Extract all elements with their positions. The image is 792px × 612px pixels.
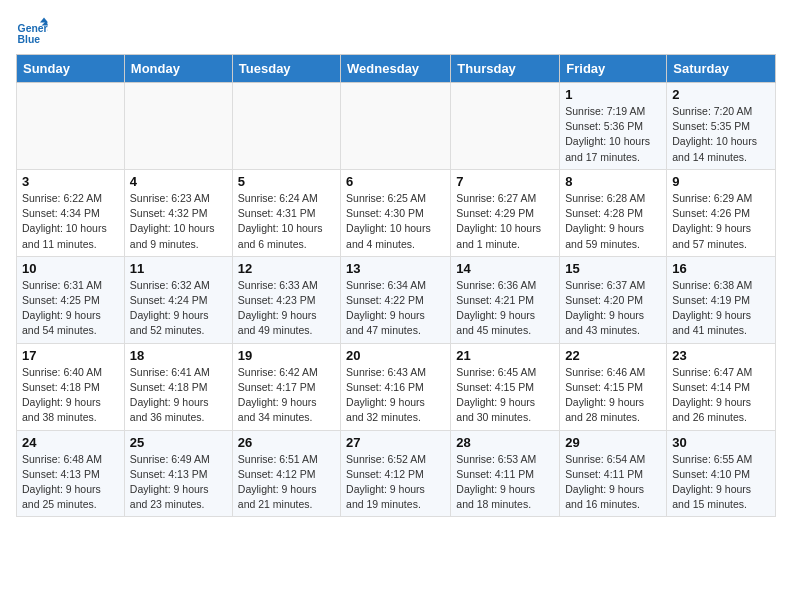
calendar-day-cell: 16Sunrise: 6:38 AM Sunset: 4:19 PM Dayli… [667,256,776,343]
calendar-day-cell: 1Sunrise: 7:19 AM Sunset: 5:36 PM Daylig… [560,83,667,170]
day-number: 18 [130,348,227,363]
day-detail: Sunrise: 6:52 AM Sunset: 4:12 PM Dayligh… [346,452,445,513]
calendar-day-cell: 27Sunrise: 6:52 AM Sunset: 4:12 PM Dayli… [341,430,451,517]
calendar-week-row: 1Sunrise: 7:19 AM Sunset: 5:36 PM Daylig… [17,83,776,170]
calendar-day-cell: 12Sunrise: 6:33 AM Sunset: 4:23 PM Dayli… [232,256,340,343]
calendar-day-cell: 26Sunrise: 6:51 AM Sunset: 4:12 PM Dayli… [232,430,340,517]
day-number: 16 [672,261,770,276]
calendar-week-row: 24Sunrise: 6:48 AM Sunset: 4:13 PM Dayli… [17,430,776,517]
day-detail: Sunrise: 6:23 AM Sunset: 4:32 PM Dayligh… [130,191,227,252]
day-number: 15 [565,261,661,276]
day-number: 19 [238,348,335,363]
calendar-day-cell: 13Sunrise: 6:34 AM Sunset: 4:22 PM Dayli… [341,256,451,343]
calendar-day-cell: 15Sunrise: 6:37 AM Sunset: 4:20 PM Dayli… [560,256,667,343]
day-number: 7 [456,174,554,189]
day-detail: Sunrise: 6:33 AM Sunset: 4:23 PM Dayligh… [238,278,335,339]
weekday-header: Monday [124,55,232,83]
day-detail: Sunrise: 6:42 AM Sunset: 4:17 PM Dayligh… [238,365,335,426]
day-number: 27 [346,435,445,450]
calendar-day-cell: 19Sunrise: 6:42 AM Sunset: 4:17 PM Dayli… [232,343,340,430]
day-detail: Sunrise: 6:24 AM Sunset: 4:31 PM Dayligh… [238,191,335,252]
day-number: 13 [346,261,445,276]
calendar-day-cell: 22Sunrise: 6:46 AM Sunset: 4:15 PM Dayli… [560,343,667,430]
day-number: 25 [130,435,227,450]
day-detail: Sunrise: 6:47 AM Sunset: 4:14 PM Dayligh… [672,365,770,426]
day-number: 30 [672,435,770,450]
calendar-day-cell: 10Sunrise: 6:31 AM Sunset: 4:25 PM Dayli… [17,256,125,343]
logo: General Blue [16,16,48,48]
day-detail: Sunrise: 6:46 AM Sunset: 4:15 PM Dayligh… [565,365,661,426]
day-detail: Sunrise: 6:27 AM Sunset: 4:29 PM Dayligh… [456,191,554,252]
day-number: 22 [565,348,661,363]
day-number: 2 [672,87,770,102]
day-number: 14 [456,261,554,276]
calendar-day-cell: 17Sunrise: 6:40 AM Sunset: 4:18 PM Dayli… [17,343,125,430]
calendar-day-cell: 18Sunrise: 6:41 AM Sunset: 4:18 PM Dayli… [124,343,232,430]
day-detail: Sunrise: 6:22 AM Sunset: 4:34 PM Dayligh… [22,191,119,252]
calendar-day-cell: 9Sunrise: 6:29 AM Sunset: 4:26 PM Daylig… [667,169,776,256]
day-number: 1 [565,87,661,102]
day-detail: Sunrise: 6:25 AM Sunset: 4:30 PM Dayligh… [346,191,445,252]
weekday-header: Wednesday [341,55,451,83]
svg-marker-2 [40,18,48,23]
calendar-day-cell: 14Sunrise: 6:36 AM Sunset: 4:21 PM Dayli… [451,256,560,343]
day-number: 26 [238,435,335,450]
day-detail: Sunrise: 6:54 AM Sunset: 4:11 PM Dayligh… [565,452,661,513]
day-detail: Sunrise: 6:41 AM Sunset: 4:18 PM Dayligh… [130,365,227,426]
calendar-day-cell: 30Sunrise: 6:55 AM Sunset: 4:10 PM Dayli… [667,430,776,517]
day-detail: Sunrise: 6:37 AM Sunset: 4:20 PM Dayligh… [565,278,661,339]
calendar-week-row: 17Sunrise: 6:40 AM Sunset: 4:18 PM Dayli… [17,343,776,430]
day-number: 3 [22,174,119,189]
day-detail: Sunrise: 6:34 AM Sunset: 4:22 PM Dayligh… [346,278,445,339]
weekday-header: Sunday [17,55,125,83]
calendar-week-row: 3Sunrise: 6:22 AM Sunset: 4:34 PM Daylig… [17,169,776,256]
day-number: 17 [22,348,119,363]
empty-cell [341,83,451,170]
day-detail: Sunrise: 6:32 AM Sunset: 4:24 PM Dayligh… [130,278,227,339]
day-number: 6 [346,174,445,189]
calendar-day-cell: 2Sunrise: 7:20 AM Sunset: 5:35 PM Daylig… [667,83,776,170]
calendar-day-cell: 11Sunrise: 6:32 AM Sunset: 4:24 PM Dayli… [124,256,232,343]
calendar-day-cell: 8Sunrise: 6:28 AM Sunset: 4:28 PM Daylig… [560,169,667,256]
calendar-week-row: 10Sunrise: 6:31 AM Sunset: 4:25 PM Dayli… [17,256,776,343]
calendar-day-cell: 21Sunrise: 6:45 AM Sunset: 4:15 PM Dayli… [451,343,560,430]
day-detail: Sunrise: 6:40 AM Sunset: 4:18 PM Dayligh… [22,365,119,426]
svg-text:Blue: Blue [18,34,41,45]
day-detail: Sunrise: 6:31 AM Sunset: 4:25 PM Dayligh… [22,278,119,339]
day-number: 24 [22,435,119,450]
page-header: General Blue [16,16,776,48]
logo-icon: General Blue [16,16,48,48]
day-number: 5 [238,174,335,189]
weekday-header: Tuesday [232,55,340,83]
weekday-header: Friday [560,55,667,83]
calendar-day-cell: 3Sunrise: 6:22 AM Sunset: 4:34 PM Daylig… [17,169,125,256]
calendar-day-cell: 29Sunrise: 6:54 AM Sunset: 4:11 PM Dayli… [560,430,667,517]
day-detail: Sunrise: 6:43 AM Sunset: 4:16 PM Dayligh… [346,365,445,426]
day-number: 29 [565,435,661,450]
calendar-day-cell: 24Sunrise: 6:48 AM Sunset: 4:13 PM Dayli… [17,430,125,517]
calendar-header-row: SundayMondayTuesdayWednesdayThursdayFrid… [17,55,776,83]
calendar-day-cell: 6Sunrise: 6:25 AM Sunset: 4:30 PM Daylig… [341,169,451,256]
weekday-header: Thursday [451,55,560,83]
day-number: 20 [346,348,445,363]
day-detail: Sunrise: 6:29 AM Sunset: 4:26 PM Dayligh… [672,191,770,252]
day-detail: Sunrise: 7:19 AM Sunset: 5:36 PM Dayligh… [565,104,661,165]
calendar-day-cell: 5Sunrise: 6:24 AM Sunset: 4:31 PM Daylig… [232,169,340,256]
day-detail: Sunrise: 6:38 AM Sunset: 4:19 PM Dayligh… [672,278,770,339]
day-detail: Sunrise: 6:49 AM Sunset: 4:13 PM Dayligh… [130,452,227,513]
empty-cell [124,83,232,170]
day-number: 10 [22,261,119,276]
calendar-day-cell: 20Sunrise: 6:43 AM Sunset: 4:16 PM Dayli… [341,343,451,430]
empty-cell [451,83,560,170]
day-detail: Sunrise: 6:53 AM Sunset: 4:11 PM Dayligh… [456,452,554,513]
calendar-table: SundayMondayTuesdayWednesdayThursdayFrid… [16,54,776,517]
calendar-day-cell: 25Sunrise: 6:49 AM Sunset: 4:13 PM Dayli… [124,430,232,517]
day-number: 28 [456,435,554,450]
day-detail: Sunrise: 6:45 AM Sunset: 4:15 PM Dayligh… [456,365,554,426]
empty-cell [17,83,125,170]
day-number: 9 [672,174,770,189]
calendar-day-cell: 4Sunrise: 6:23 AM Sunset: 4:32 PM Daylig… [124,169,232,256]
weekday-header: Saturday [667,55,776,83]
day-number: 8 [565,174,661,189]
calendar-day-cell: 28Sunrise: 6:53 AM Sunset: 4:11 PM Dayli… [451,430,560,517]
